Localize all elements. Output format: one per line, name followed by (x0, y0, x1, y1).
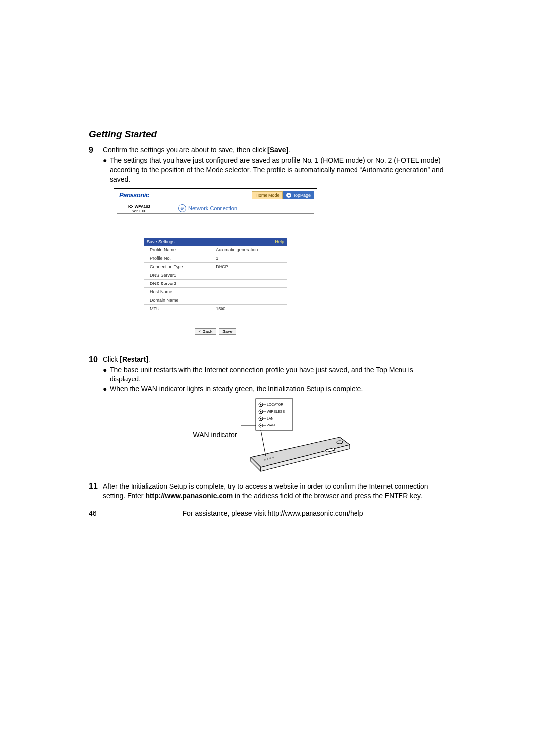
network-title: ⊕ Network Connection (178, 204, 237, 212)
table-row: Profile NameAutomatic generation (144, 246, 287, 254)
step-9: 9 Confirm the settings you are about to … (89, 146, 445, 352)
svg-point-22 (273, 457, 275, 459)
cell-label: Profile No. (144, 254, 213, 262)
step-number: 9 (89, 146, 103, 352)
wan-indicator-label: WAN indicator (193, 431, 237, 439)
cell-label: Connection Type (144, 262, 213, 271)
table-row: DNS Server2 (144, 279, 287, 287)
svg-point-11 (260, 425, 262, 426)
text: . (288, 146, 290, 154)
restart-bold: [Restart] (120, 355, 148, 363)
table-row: Host Name (144, 287, 287, 296)
help-link[interactable]: Help (275, 239, 284, 244)
text: in the address field of the browser and … (233, 492, 422, 500)
button-row: < Back Save (114, 328, 317, 335)
cell-label: DNS Server1 (144, 271, 213, 279)
toppage-label: TopPage (293, 193, 311, 198)
table-row: MTU1500 (144, 304, 287, 313)
brand-logo: Panasonic (119, 191, 149, 199)
settings-screenshot: Panasonic Home Mode ▲ TopPage KX-WPA102 … (114, 188, 317, 343)
bullet-dot: ● (103, 156, 110, 184)
step-10-bullet-2: ● When the WAN indicator lights in stead… (103, 384, 445, 394)
step-number: 10 (89, 355, 103, 479)
model-label: KX-WPA102 Ver.1.00 (128, 204, 150, 214)
page-number: 46 (89, 509, 101, 517)
cell-value: DHCP (213, 262, 287, 271)
device-diagram: WAN indicator LOCATOR WIRELESS (103, 398, 445, 472)
step-10-text: Click [Restart]. (103, 355, 445, 363)
bullet-text: The base unit restarts with the Internet… (110, 365, 445, 384)
up-icon: ▲ (286, 193, 291, 198)
save-settings-table: Save Settings Help Profile NameAutomatic… (144, 238, 287, 313)
step-9-bullet: ● The settings that you have just config… (103, 156, 445, 184)
step-9-text: Confirm the settings you are about to sa… (103, 146, 445, 154)
globe-icon: ⊕ (178, 204, 186, 212)
cell-label: Domain Name (144, 296, 213, 304)
led-label: LOCATOR (267, 403, 283, 406)
svg-point-8 (260, 418, 262, 420)
cell-label: MTU (144, 304, 213, 313)
network-title-text: Network Connection (188, 205, 237, 211)
back-button[interactable]: < Back (195, 328, 217, 335)
cell-value (213, 271, 287, 279)
step-11: 11 After the Initialization Setup is com… (89, 482, 445, 503)
bullet-dot: ● (103, 384, 110, 394)
mode-home: Home Mode (252, 191, 283, 199)
cell-value (213, 296, 287, 304)
step-number: 11 (89, 482, 103, 503)
page-footer: 46 For assistance, please visit http://w… (89, 507, 445, 517)
led-label: WAN (267, 424, 275, 427)
svg-point-20 (267, 458, 269, 460)
table-row: Connection TypeDHCP (144, 262, 287, 271)
cell-label: Profile Name (144, 246, 213, 254)
toppage-button[interactable]: ▲ TopPage (283, 191, 314, 199)
step-11-text: After the Initialization Setup is comple… (103, 482, 445, 501)
manual-page: Getting Started 9 Confirm the settings y… (89, 129, 445, 517)
text: Click (103, 355, 120, 363)
svg-line-23 (261, 430, 266, 456)
cell-value (213, 287, 287, 296)
cell-label: Host Name (144, 287, 213, 296)
table-row: DNS Server1 (144, 271, 287, 279)
step-10-bullet-1: ● The base unit restarts with the Intern… (103, 365, 445, 384)
text: Confirm the settings you are about to sa… (103, 146, 267, 154)
model-number: KX-WPA102 (128, 204, 150, 209)
save-button[interactable]: Save (219, 328, 237, 335)
svg-point-19 (264, 459, 266, 461)
step-10: 10 Click [Restart]. ● The base unit rest… (89, 355, 445, 479)
cell-value: 1500 (213, 304, 287, 313)
cell-value (213, 279, 287, 287)
svg-point-5 (260, 411, 262, 413)
table-row: Domain Name (144, 296, 287, 304)
table-title: Save Settings (147, 239, 175, 244)
cell-value: Automatic generation (213, 246, 287, 254)
cell-label: DNS Server2 (144, 279, 213, 287)
section-title: Getting Started (89, 129, 445, 142)
text: . (148, 355, 150, 363)
svg-point-21 (270, 458, 272, 460)
bullet-text: The settings that you have just configur… (110, 156, 445, 184)
bullet-dot: ● (103, 365, 110, 384)
svg-point-2 (260, 404, 262, 406)
mode-badge: Home Mode ▲ TopPage (252, 191, 314, 199)
url-bold: http://www.panasonic.com (145, 492, 233, 500)
led-label: WIRELESS (267, 410, 285, 413)
footer-text: For assistance, please visit http://www.… (101, 509, 445, 517)
device-illustration: LOCATOR WIRELESS LAN WAN (241, 398, 355, 472)
cell-value: 1 (213, 254, 287, 262)
bullet-text: When the WAN indicator lights in steady … (110, 384, 445, 394)
save-bold: [Save] (267, 146, 288, 154)
led-label: LAN (267, 417, 274, 420)
table-row: Profile No.1 (144, 254, 287, 262)
